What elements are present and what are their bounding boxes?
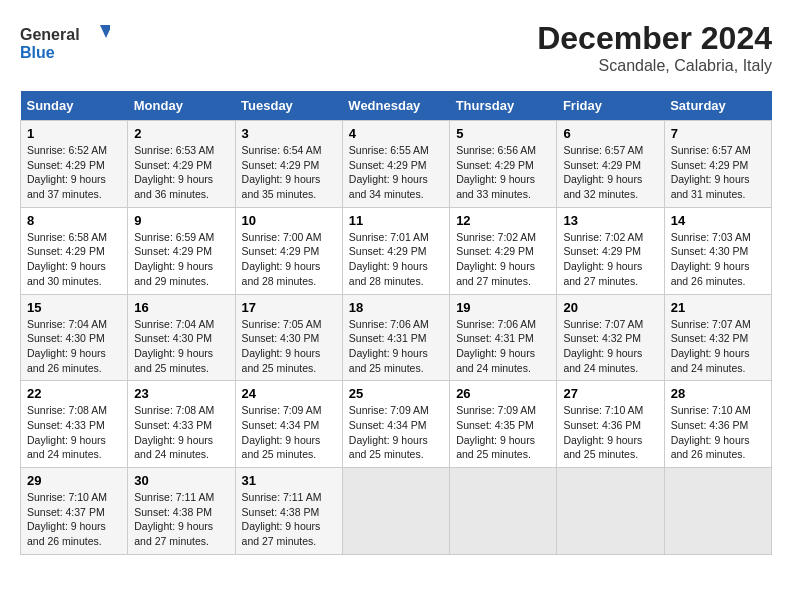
calendar-cell: 31 Sunrise: 7:11 AMSunset: 4:38 PMDaylig… [235,468,342,555]
calendar-cell: 4 Sunrise: 6:55 AMSunset: 4:29 PMDayligh… [342,121,449,208]
calendar-cell: 16 Sunrise: 7:04 AMSunset: 4:30 PMDaylig… [128,294,235,381]
day-number: 1 [27,126,121,141]
page-header: General Blue December 2024 Scandale, Cal… [20,20,772,75]
day-number: 19 [456,300,550,315]
calendar-table: SundayMondayTuesdayWednesdayThursdayFrid… [20,91,772,555]
calendar-week-row: 15 Sunrise: 7:04 AMSunset: 4:30 PMDaylig… [21,294,772,381]
calendar-cell: 6 Sunrise: 6:57 AMSunset: 4:29 PMDayligh… [557,121,664,208]
day-number: 11 [349,213,443,228]
day-number: 20 [563,300,657,315]
calendar-cell: 8 Sunrise: 6:58 AMSunset: 4:29 PMDayligh… [21,207,128,294]
day-detail: Sunrise: 7:08 AMSunset: 4:33 PMDaylight:… [27,404,107,460]
calendar-cell: 11 Sunrise: 7:01 AMSunset: 4:29 PMDaylig… [342,207,449,294]
calendar-cell: 18 Sunrise: 7:06 AMSunset: 4:31 PMDaylig… [342,294,449,381]
day-detail: Sunrise: 6:54 AMSunset: 4:29 PMDaylight:… [242,144,322,200]
calendar-cell [557,468,664,555]
day-detail: Sunrise: 7:09 AMSunset: 4:34 PMDaylight:… [349,404,429,460]
svg-text:Blue: Blue [20,44,55,61]
day-number: 9 [134,213,228,228]
day-detail: Sunrise: 7:11 AMSunset: 4:38 PMDaylight:… [134,491,214,547]
day-detail: Sunrise: 7:10 AMSunset: 4:36 PMDaylight:… [563,404,643,460]
calendar-cell [450,468,557,555]
calendar-cell: 2 Sunrise: 6:53 AMSunset: 4:29 PMDayligh… [128,121,235,208]
calendar-cell: 20 Sunrise: 7:07 AMSunset: 4:32 PMDaylig… [557,294,664,381]
day-number: 29 [27,473,121,488]
day-number: 27 [563,386,657,401]
weekday-header-row: SundayMondayTuesdayWednesdayThursdayFrid… [21,91,772,121]
day-number: 2 [134,126,228,141]
day-number: 18 [349,300,443,315]
day-detail: Sunrise: 7:02 AMSunset: 4:29 PMDaylight:… [563,231,643,287]
calendar-week-row: 29 Sunrise: 7:10 AMSunset: 4:37 PMDaylig… [21,468,772,555]
weekday-header-sunday: Sunday [21,91,128,121]
day-number: 10 [242,213,336,228]
calendar-cell: 29 Sunrise: 7:10 AMSunset: 4:37 PMDaylig… [21,468,128,555]
day-number: 31 [242,473,336,488]
day-detail: Sunrise: 7:09 AMSunset: 4:35 PMDaylight:… [456,404,536,460]
weekday-header-wednesday: Wednesday [342,91,449,121]
day-detail: Sunrise: 7:06 AMSunset: 4:31 PMDaylight:… [456,318,536,374]
day-detail: Sunrise: 7:08 AMSunset: 4:33 PMDaylight:… [134,404,214,460]
day-number: 4 [349,126,443,141]
calendar-week-row: 1 Sunrise: 6:52 AMSunset: 4:29 PMDayligh… [21,121,772,208]
day-detail: Sunrise: 7:02 AMSunset: 4:29 PMDaylight:… [456,231,536,287]
day-number: 7 [671,126,765,141]
day-number: 14 [671,213,765,228]
calendar-cell: 12 Sunrise: 7:02 AMSunset: 4:29 PMDaylig… [450,207,557,294]
day-detail: Sunrise: 7:11 AMSunset: 4:38 PMDaylight:… [242,491,322,547]
calendar-cell: 27 Sunrise: 7:10 AMSunset: 4:36 PMDaylig… [557,381,664,468]
calendar-cell: 3 Sunrise: 6:54 AMSunset: 4:29 PMDayligh… [235,121,342,208]
day-detail: Sunrise: 7:09 AMSunset: 4:34 PMDaylight:… [242,404,322,460]
day-detail: Sunrise: 6:59 AMSunset: 4:29 PMDaylight:… [134,231,214,287]
day-number: 22 [27,386,121,401]
logo-icon: General Blue [20,20,110,65]
day-number: 12 [456,213,550,228]
day-detail: Sunrise: 6:57 AMSunset: 4:29 PMDaylight:… [563,144,643,200]
day-number: 8 [27,213,121,228]
day-number: 13 [563,213,657,228]
logo: General Blue [20,20,110,65]
day-detail: Sunrise: 7:07 AMSunset: 4:32 PMDaylight:… [671,318,751,374]
page-subtitle: Scandale, Calabria, Italy [537,57,772,75]
day-detail: Sunrise: 7:10 AMSunset: 4:36 PMDaylight:… [671,404,751,460]
weekday-header-monday: Monday [128,91,235,121]
calendar-cell: 23 Sunrise: 7:08 AMSunset: 4:33 PMDaylig… [128,381,235,468]
calendar-cell: 17 Sunrise: 7:05 AMSunset: 4:30 PMDaylig… [235,294,342,381]
day-number: 26 [456,386,550,401]
calendar-cell: 28 Sunrise: 7:10 AMSunset: 4:36 PMDaylig… [664,381,771,468]
calendar-cell: 5 Sunrise: 6:56 AMSunset: 4:29 PMDayligh… [450,121,557,208]
calendar-cell: 26 Sunrise: 7:09 AMSunset: 4:35 PMDaylig… [450,381,557,468]
weekday-header-saturday: Saturday [664,91,771,121]
calendar-cell: 7 Sunrise: 6:57 AMSunset: 4:29 PMDayligh… [664,121,771,208]
day-detail: Sunrise: 7:03 AMSunset: 4:30 PMDaylight:… [671,231,751,287]
calendar-cell: 19 Sunrise: 7:06 AMSunset: 4:31 PMDaylig… [450,294,557,381]
day-detail: Sunrise: 7:06 AMSunset: 4:31 PMDaylight:… [349,318,429,374]
day-number: 5 [456,126,550,141]
day-detail: Sunrise: 6:52 AMSunset: 4:29 PMDaylight:… [27,144,107,200]
day-detail: Sunrise: 6:53 AMSunset: 4:29 PMDaylight:… [134,144,214,200]
day-number: 16 [134,300,228,315]
day-detail: Sunrise: 6:58 AMSunset: 4:29 PMDaylight:… [27,231,107,287]
day-detail: Sunrise: 6:56 AMSunset: 4:29 PMDaylight:… [456,144,536,200]
svg-text:General: General [20,26,80,43]
day-detail: Sunrise: 7:04 AMSunset: 4:30 PMDaylight:… [27,318,107,374]
day-detail: Sunrise: 7:05 AMSunset: 4:30 PMDaylight:… [242,318,322,374]
day-number: 6 [563,126,657,141]
day-detail: Sunrise: 7:04 AMSunset: 4:30 PMDaylight:… [134,318,214,374]
day-number: 23 [134,386,228,401]
calendar-cell: 1 Sunrise: 6:52 AMSunset: 4:29 PMDayligh… [21,121,128,208]
title-block: December 2024 Scandale, Calabria, Italy [537,20,772,75]
calendar-cell: 30 Sunrise: 7:11 AMSunset: 4:38 PMDaylig… [128,468,235,555]
svg-marker-2 [100,25,110,38]
day-detail: Sunrise: 7:00 AMSunset: 4:29 PMDaylight:… [242,231,322,287]
calendar-cell: 21 Sunrise: 7:07 AMSunset: 4:32 PMDaylig… [664,294,771,381]
day-number: 21 [671,300,765,315]
calendar-cell: 9 Sunrise: 6:59 AMSunset: 4:29 PMDayligh… [128,207,235,294]
weekday-header-tuesday: Tuesday [235,91,342,121]
day-number: 25 [349,386,443,401]
page-title: December 2024 [537,20,772,57]
calendar-cell: 15 Sunrise: 7:04 AMSunset: 4:30 PMDaylig… [21,294,128,381]
weekday-header-thursday: Thursday [450,91,557,121]
day-number: 24 [242,386,336,401]
calendar-week-row: 8 Sunrise: 6:58 AMSunset: 4:29 PMDayligh… [21,207,772,294]
